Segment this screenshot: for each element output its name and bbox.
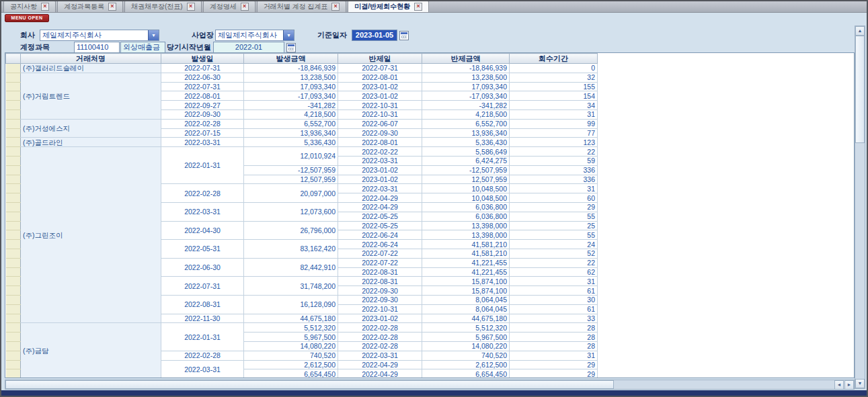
cell-period[interactable]: 29 — [510, 369, 598, 378]
cell-oamt[interactable]: 20,097,000 — [244, 184, 338, 203]
cell-samt[interactable]: 4,218,500 — [422, 109, 510, 119]
cell-samt[interactable]: 6,552,700 — [422, 119, 510, 128]
cell-oamt[interactable]: 12,507,959 — [244, 175, 338, 184]
cell-name[interactable]: (주)갤러리드슬레이 — [21, 64, 161, 73]
row-indicator-cell[interactable] — [6, 286, 21, 296]
cell-period[interactable]: 336 — [510, 165, 598, 175]
cell-period[interactable]: 155 — [510, 82, 598, 91]
base-date-input[interactable]: 2023-01-05 — [352, 30, 397, 41]
scroll-up-button[interactable]: ▲ — [855, 26, 865, 36]
cell-sdate[interactable]: 2022-06-07 — [338, 119, 422, 128]
cell-period[interactable]: 77 — [510, 128, 598, 138]
vertical-scroll-thumb[interactable] — [855, 36, 865, 143]
row-indicator-cell[interactable] — [6, 156, 21, 165]
cell-oamt[interactable]: 5,512,320 — [244, 323, 338, 333]
cell-sdate[interactable]: 2022-09-30 — [338, 295, 422, 304]
cell-sdate[interactable]: 2022-05-25 — [338, 212, 422, 221]
tab-3[interactable]: 채권채무장(전표)× — [124, 1, 202, 12]
vertical-scrollbar[interactable]: ▲ ▼ — [855, 26, 865, 389]
cell-sdate[interactable]: 2023-01-02 — [338, 175, 422, 184]
tab-close-icon[interactable]: × — [414, 3, 422, 11]
row-indicator-cell[interactable] — [6, 230, 21, 240]
cell-period[interactable]: 336 — [510, 175, 598, 184]
cell-sdate[interactable]: 2023-01-02 — [338, 91, 422, 101]
cell-period[interactable]: 0 — [510, 64, 598, 73]
cell-period[interactable]: 22 — [510, 147, 598, 157]
cell-oamt[interactable]: 31,748,200 — [244, 277, 338, 296]
cell-samt[interactable]: 5,512,320 — [422, 323, 510, 333]
calendar-icon[interactable] — [286, 43, 296, 52]
cell-samt[interactable]: 14,080,220 — [422, 341, 510, 351]
cell-odate[interactable]: 2022-07-31 — [161, 64, 244, 73]
cell-sdate[interactable]: 2022-08-31 — [338, 277, 422, 286]
cell-samt[interactable]: 13,398,000 — [422, 221, 510, 230]
scroll-right-button[interactable]: ► — [844, 380, 854, 390]
row-indicator-cell[interactable] — [6, 147, 21, 157]
row-indicator-cell[interactable] — [6, 267, 21, 277]
row-indicator-cell[interactable] — [6, 351, 21, 360]
tab-close-icon[interactable]: × — [241, 3, 249, 11]
row-indicator-cell[interactable] — [6, 64, 21, 73]
row-indicator-cell[interactable] — [6, 82, 21, 91]
cell-odate[interactable]: 2022-08-01 — [161, 91, 244, 101]
cell-samt[interactable]: 6,654,450 — [422, 369, 510, 378]
cell-odate[interactable]: 2022-05-31 — [161, 240, 244, 259]
cell-sdate[interactable]: 2022-08-01 — [338, 73, 422, 82]
cell-period[interactable]: 31 — [510, 184, 598, 193]
cell-oamt[interactable]: 6,654,450 — [244, 369, 338, 378]
cell-odate[interactable]: 2022-03-31 — [161, 138, 244, 147]
cell-sdate[interactable]: 2022-03-31 — [338, 351, 422, 360]
tab-4[interactable]: 계정명세× — [203, 1, 255, 12]
cell-oamt[interactable]: -17,093,340 — [244, 91, 338, 101]
cell-sdate[interactable]: 2023-01-02 — [338, 165, 422, 175]
cell-period[interactable]: 60 — [510, 193, 598, 203]
cell-period[interactable]: 59 — [510, 156, 598, 165]
cell-oamt[interactable]: 5,967,500 — [244, 333, 338, 342]
cell-period[interactable]: 31 — [510, 109, 598, 119]
cell-samt[interactable]: 17,093,340 — [422, 82, 510, 91]
site-select[interactable]: 제일제지주식회사 ▼ — [215, 30, 294, 41]
cell-sdate[interactable]: 2022-04-29 — [338, 360, 422, 369]
cell-oamt[interactable]: 17,093,340 — [244, 82, 338, 91]
cell-odate[interactable]: 2022-07-31 — [161, 277, 244, 296]
row-indicator-cell[interactable] — [6, 304, 21, 314]
column-header[interactable]: 발생금액 — [244, 54, 338, 64]
cell-samt[interactable]: 6,036,800 — [422, 202, 510, 212]
cell-samt[interactable]: 41,581,210 — [422, 249, 510, 258]
cell-sdate[interactable]: 2022-03-31 — [338, 184, 422, 193]
row-indicator-cell[interactable] — [6, 193, 21, 203]
scroll-left-button[interactable]: ◄ — [834, 380, 844, 390]
cell-samt[interactable]: 5,336,430 — [422, 138, 510, 147]
cell-samt[interactable]: 41,581,210 — [422, 240, 510, 249]
cell-samt[interactable]: -18,846,939 — [422, 64, 510, 73]
cell-odate[interactable]: 2022-07-31 — [161, 82, 244, 91]
row-indicator-cell[interactable] — [6, 109, 21, 119]
row-indicator-cell[interactable] — [6, 128, 21, 138]
cell-oamt[interactable]: -18,846,939 — [244, 64, 338, 73]
cell-samt[interactable]: 13,936,340 — [422, 128, 510, 138]
tab-6[interactable]: 미결/반제회수현황× — [348, 1, 429, 12]
column-header[interactable]: 반제일 — [338, 54, 422, 64]
company-select[interactable]: 제일제지주식회사 ▼ — [40, 30, 159, 41]
row-indicator-cell[interactable] — [6, 240, 21, 249]
cell-samt[interactable]: 8,064,045 — [422, 295, 510, 304]
cell-period[interactable]: 62 — [510, 267, 598, 277]
tab-close-icon[interactable]: × — [41, 3, 49, 11]
cell-oamt[interactable]: 44,675,180 — [244, 314, 338, 323]
cell-period[interactable]: 28 — [510, 333, 598, 342]
cell-sdate[interactable]: 2022-06-24 — [338, 230, 422, 240]
cell-period[interactable]: 31 — [510, 351, 598, 360]
cell-oamt[interactable]: 83,162,420 — [244, 240, 338, 259]
cell-sdate[interactable]: 2022-07-31 — [338, 64, 422, 73]
row-indicator-cell[interactable] — [6, 360, 21, 369]
cell-sdate[interactable]: 2022-10-31 — [338, 304, 422, 314]
cell-odate[interactable]: 2022-06-30 — [161, 73, 244, 82]
chevron-down-icon[interactable]: ▼ — [283, 30, 294, 40]
cell-period[interactable]: 31 — [510, 277, 598, 286]
cell-odate[interactable]: 2022-03-31 — [161, 202, 244, 221]
cell-oamt[interactable]: 2,612,500 — [244, 360, 338, 369]
cell-samt[interactable]: 5,586,649 — [422, 147, 510, 157]
cell-period[interactable]: 32 — [510, 73, 598, 82]
horizontal-scrollbar[interactable]: ◄ ► — [5, 380, 855, 390]
cell-sdate[interactable]: 2022-09-30 — [338, 128, 422, 138]
